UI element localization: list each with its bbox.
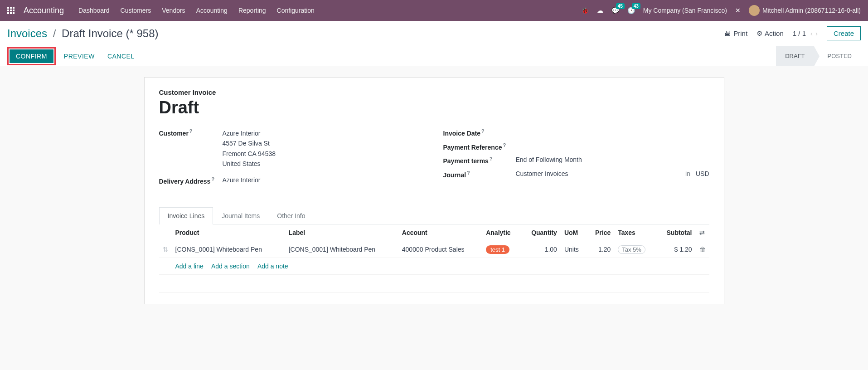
table-row[interactable]: ⇅ [CONS_0001] Whiteboard Pen [CONS_0001]… xyxy=(159,241,709,258)
th-analytic: Analytic xyxy=(482,224,521,241)
cell-account[interactable]: 400000 Product Sales xyxy=(398,241,482,258)
tab-journal-items[interactable]: Journal Items xyxy=(213,207,268,224)
tax-tag[interactable]: Tax 5% xyxy=(618,245,645,254)
nav-customers[interactable]: Customers xyxy=(121,7,151,14)
add-line-link[interactable]: Add a line xyxy=(175,263,204,270)
cell-quantity[interactable]: 1.00 xyxy=(521,241,561,258)
journal-in: in xyxy=(685,170,690,177)
confirm-button[interactable]: CONFIRM xyxy=(10,49,53,63)
action-label: Action xyxy=(765,29,784,37)
invoice-date-label: Invoice Date? xyxy=(443,128,516,137)
status-posted[interactable]: POSTED xyxy=(814,46,861,66)
user-menu[interactable]: Mitchell Admin (20867112-16-0-all) xyxy=(749,5,861,16)
th-account: Account xyxy=(398,224,482,241)
company-switcher[interactable]: My Company (San Francisco) xyxy=(643,7,727,14)
activities-badge: 43 xyxy=(632,3,640,9)
journal-label: Journal? xyxy=(443,170,516,179)
nav-configuration[interactable]: Configuration xyxy=(277,7,315,14)
tools-icon[interactable]: ✕ xyxy=(735,7,741,14)
pager-prev-icon[interactable]: ‹ xyxy=(810,29,813,37)
tab-invoice-lines[interactable]: Invoice Lines xyxy=(159,207,213,224)
payment-ref-label: Payment Reference? xyxy=(443,142,516,151)
print-label: Print xyxy=(733,29,747,37)
customer-value[interactable]: Azure Interior 4557 De Silva St Fremont … xyxy=(223,128,425,169)
add-note-link[interactable]: Add a note xyxy=(257,263,288,270)
th-uom: UoM xyxy=(561,224,587,241)
avatar xyxy=(749,5,760,16)
form-title: Draft xyxy=(159,98,709,117)
journal-value[interactable]: Customer Invoices xyxy=(516,170,680,177)
pager-next-icon[interactable]: › xyxy=(815,29,818,37)
support-icon[interactable]: ☁ xyxy=(597,7,603,14)
drag-handle-icon[interactable]: ⇅ xyxy=(163,246,168,253)
cell-product[interactable]: [CONS_0001] Whiteboard Pen xyxy=(172,241,285,258)
breadcrumb: Invoices / Draft Invoice (* 958) xyxy=(7,27,158,40)
app-brand[interactable]: Accounting xyxy=(24,6,64,15)
messages-badge: 45 xyxy=(616,3,625,9)
gear-icon: ⚙ xyxy=(756,29,762,38)
optional-columns-icon[interactable]: ⇄ xyxy=(699,229,705,236)
form-type-label: Customer Invoice xyxy=(159,88,709,96)
breadcrumb-current: Draft Invoice (* 958) xyxy=(62,27,158,39)
pager-value[interactable]: 1 / 1 xyxy=(793,29,806,37)
th-quantity: Quantity xyxy=(521,224,561,241)
status-draft[interactable]: DRAFT xyxy=(776,46,814,66)
journal-currency[interactable]: USD xyxy=(696,170,709,177)
print-button[interactable]: 🖶 Print xyxy=(724,29,747,37)
delivery-value[interactable]: Azure Interior xyxy=(223,176,425,184)
th-taxes: Taxes xyxy=(614,224,656,241)
customer-label: Customer? xyxy=(159,128,223,137)
cell-price[interactable]: 1.20 xyxy=(587,241,615,258)
print-icon: 🖶 xyxy=(724,29,731,37)
cell-subtotal: $ 1.20 xyxy=(656,241,696,258)
payment-terms-label: Payment terms? xyxy=(443,156,516,165)
delivery-label: Delivery Address? xyxy=(159,176,223,185)
nav-accounting[interactable]: Accounting xyxy=(196,7,228,14)
messages-icon[interactable]: 💬45 xyxy=(611,7,619,14)
trash-icon[interactable]: 🗑 xyxy=(699,246,706,253)
preview-button[interactable]: PREVIEW xyxy=(59,50,99,63)
debug-icon[interactable]: 🐞 xyxy=(581,7,589,14)
analytic-tag[interactable]: test 1 xyxy=(486,245,509,254)
user-name: Mitchell Admin (20867112-16-0-all) xyxy=(762,7,861,14)
tab-other-info[interactable]: Other Info xyxy=(268,207,314,224)
action-button[interactable]: ⚙ Action xyxy=(756,29,784,38)
th-price: Price xyxy=(587,224,615,241)
payment-terms-value[interactable]: End of Following Month xyxy=(516,156,709,163)
confirm-highlight: CONFIRM xyxy=(7,47,56,65)
nav-vendors[interactable]: Vendors xyxy=(162,7,185,14)
activities-icon[interactable]: 🕓43 xyxy=(627,7,635,14)
apps-icon[interactable] xyxy=(7,7,15,14)
breadcrumb-sep: / xyxy=(53,27,56,39)
breadcrumb-root[interactable]: Invoices xyxy=(7,27,47,39)
add-section-link[interactable]: Add a section xyxy=(211,263,250,270)
th-subtotal: Subtotal xyxy=(656,224,696,241)
create-button[interactable]: Create xyxy=(827,26,861,40)
cell-uom[interactable]: Units xyxy=(561,241,587,258)
th-label: Label xyxy=(285,224,398,241)
th-product: Product xyxy=(172,224,285,241)
cell-label[interactable]: [CONS_0001] Whiteboard Pen xyxy=(285,241,398,258)
cancel-button[interactable]: CANCEL xyxy=(103,50,139,63)
nav-dashboard[interactable]: Dashboard xyxy=(78,7,110,14)
nav-reporting[interactable]: Reporting xyxy=(238,7,266,14)
